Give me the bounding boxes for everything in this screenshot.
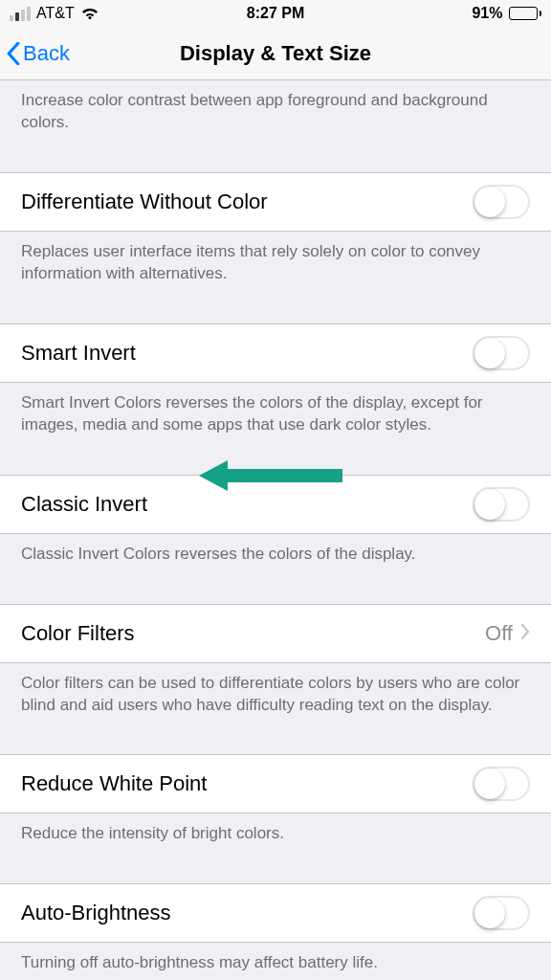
reduce-white-point-toggle[interactable]	[473, 767, 530, 801]
classic-invert-toggle[interactable]	[473, 487, 530, 522]
status-bar: AT&T 8:27 PM 91%	[0, 0, 551, 27]
color-filters-footer: Color filters can be used to differentia…	[0, 663, 551, 730]
cellular-signal-icon	[10, 7, 31, 21]
status-time: 8:27 PM	[247, 5, 304, 22]
classic-invert-footer: Classic Invert Colors reverses the color…	[0, 534, 551, 579]
cell-label: Reduce White Point	[21, 771, 207, 796]
chevron-right-icon	[520, 624, 530, 643]
classic-invert-cell[interactable]: Classic Invert	[0, 475, 551, 534]
auto-brightness-toggle[interactable]	[473, 896, 530, 930]
cell-label: Color Filters	[21, 621, 135, 646]
back-label: Back	[23, 41, 70, 66]
battery-icon	[509, 7, 542, 20]
contrast-footer: Increase color contrast between app fore…	[0, 80, 551, 147]
cell-label: Classic Invert	[21, 492, 147, 517]
auto-brightness-footer: Turning off auto-brightness may affect b…	[0, 943, 551, 980]
color-filters-value: Off	[485, 621, 513, 646]
smart-invert-footer: Smart Invert Colors reverses the colors …	[0, 383, 551, 450]
differentiate-without-color-footer: Replaces user interface items that rely …	[0, 232, 551, 299]
back-button[interactable]: Back	[0, 41, 70, 66]
cell-label: Auto-Brightness	[21, 901, 171, 925]
cell-label: Differentiate Without Color	[21, 189, 268, 214]
nav-bar: Back Display & Text Size	[0, 27, 551, 80]
differentiate-without-color-toggle[interactable]	[473, 185, 530, 219]
smart-invert-cell[interactable]: Smart Invert	[0, 323, 551, 383]
carrier-label: AT&T	[36, 5, 75, 22]
reduce-white-point-cell[interactable]: Reduce White Point	[0, 754, 551, 813]
color-filters-cell[interactable]: Color Filters Off	[0, 604, 551, 663]
battery-percent: 91%	[472, 5, 502, 22]
chevron-left-icon	[6, 42, 21, 65]
reduce-white-point-footer: Reduce the intensity of bright colors.	[0, 813, 551, 858]
wifi-icon	[80, 7, 99, 20]
smart-invert-toggle[interactable]	[473, 336, 530, 370]
cell-label: Smart Invert	[21, 341, 136, 366]
auto-brightness-cell[interactable]: Auto-Brightness	[0, 883, 551, 943]
page-title: Display & Text Size	[180, 41, 371, 66]
differentiate-without-color-cell[interactable]: Differentiate Without Color	[0, 172, 551, 232]
